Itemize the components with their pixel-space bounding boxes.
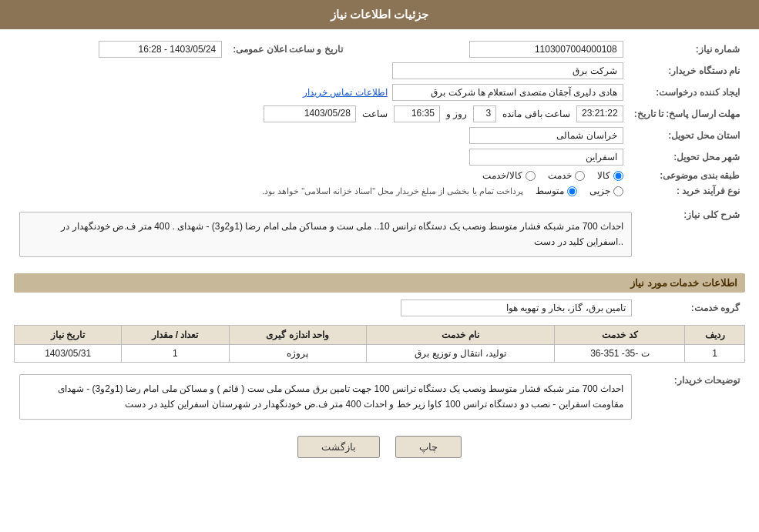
province-value: خراسان شمالی xyxy=(469,127,623,144)
city-label: شهر محل تحویل: xyxy=(629,146,745,168)
col-header-row: ردیف xyxy=(685,325,745,344)
deadline-label: مهلت ارسال پاسخ: تا تاریخ: xyxy=(629,103,745,125)
purchase-type-option-motavasset[interactable]: متوسط xyxy=(536,186,577,196)
creator-value: هادی دلیری آجقان متصدی استعلام ها شرکت ب… xyxy=(392,84,623,101)
description-label: شرح کلی نیاز: xyxy=(637,203,745,266)
category-radio-group: کالا خدمت کالا/خدمت xyxy=(19,170,623,181)
category-option-kala-khedmat[interactable]: کالا/خدمت xyxy=(482,170,535,181)
service-group-value: تامین برق، گاز، بخار و تهویه هوا xyxy=(401,299,632,316)
buyer-name-value: شرکت برق xyxy=(392,62,623,79)
city-value: اسفراین xyxy=(469,149,623,166)
category-option-khedmat[interactable]: خدمت xyxy=(548,170,585,181)
province-label: استان محل تحویل: xyxy=(629,125,745,146)
description-value: احداث 700 متر شبکه فشار متوسط ونصب یک دس… xyxy=(19,212,632,257)
table-cell-qty: 1 xyxy=(122,344,229,362)
table-row: 1ت -35- 351-36تولید، انتقال و توزیع برقپ… xyxy=(15,344,745,362)
deadline-time-label: ساعت xyxy=(362,109,388,119)
purchase-type-option-jozi[interactable]: جزیی xyxy=(589,186,623,196)
print-button[interactable]: چاپ xyxy=(395,436,462,458)
col-header-name: نام خدمت xyxy=(366,325,555,344)
order-number-value: 1103007004000108 xyxy=(469,41,623,58)
services-data-table: ردیف کد خدمت نام خدمت واحد اندازه گیری ت… xyxy=(14,325,745,363)
table-cell-unit: پروژه xyxy=(229,344,366,362)
category-label: طبقه بندی موضوعی: xyxy=(629,168,745,183)
buyer-notes-value: احداث 700 متر شبکه فشار متوسط ونصب یک دس… xyxy=(19,374,632,420)
col-header-unit: واحد اندازه گیری xyxy=(229,325,366,344)
deadline-days: 3 xyxy=(473,105,496,122)
creator-contact-link[interactable]: اطلاعات تماس خریدار xyxy=(303,87,388,98)
description-table: شرح کلی نیاز: احداث 700 متر شبکه فشار مت… xyxy=(14,203,745,266)
purchase-type-label: نوع فرآیند خرید : xyxy=(629,183,745,199)
back-button[interactable]: بازگشت xyxy=(297,436,380,458)
category-option-kala[interactable]: کالا xyxy=(597,170,623,181)
services-section-title: اطلاعات خدمات مورد نیاز xyxy=(14,273,745,293)
service-group-table: گروه خدمت: تامین برق، گاز، بخار و تهویه … xyxy=(14,297,745,319)
deadline-remaining: 23:21:22 xyxy=(576,105,623,122)
buyer-name-label: نام دستگاه خریدار: xyxy=(629,60,745,82)
deadline-date: 1403/05/28 xyxy=(264,105,356,122)
order-number-label: شماره نیاز: xyxy=(629,38,745,60)
deadline-time: 16:35 xyxy=(394,105,440,122)
creator-label: ایجاد کننده درخواست: xyxy=(629,82,745,103)
deadline-remaining-label: ساعت باقی مانده xyxy=(502,109,570,119)
buyer-notes-table: توضیحات خریدار: احداث 700 متر شبکه فشار … xyxy=(14,369,745,422)
table-cell-row: 1 xyxy=(685,344,745,362)
buyer-notes-label: توضیحات خریدار: xyxy=(637,369,745,422)
purchase-type-radio-group: جزیی متوسط xyxy=(536,186,623,196)
table-cell-code: ت -35- 351-36 xyxy=(555,344,685,362)
date-label: تاریخ و ساعت اعلان عمومی: xyxy=(227,38,365,60)
col-header-qty: تعداد / مقدار xyxy=(122,325,229,344)
purchase-type-note: پرداخت تمام یا بخشی از مبلغ خریدار محل "… xyxy=(262,186,523,196)
table-cell-date: 1403/05/31 xyxy=(15,344,122,362)
table-cell-name: تولید، انتقال و توزیع برق xyxy=(366,344,555,362)
service-group-label: گروه خدمت: xyxy=(637,297,745,319)
page-title: جزئیات اطلاعات نیاز xyxy=(331,8,428,21)
page-header: جزئیات اطلاعات نیاز xyxy=(0,0,759,29)
order-info-table: شماره نیاز: 1103007004000108 تاریخ و ساع… xyxy=(14,38,745,199)
date-value: 1403/05/24 - 16:28 xyxy=(99,41,222,58)
deadline-days-label: روز و xyxy=(446,109,467,119)
col-header-code: کد خدمت xyxy=(555,325,685,344)
col-header-date: تاریخ نیاز xyxy=(15,325,122,344)
action-buttons: چاپ بازگشت xyxy=(14,436,745,458)
